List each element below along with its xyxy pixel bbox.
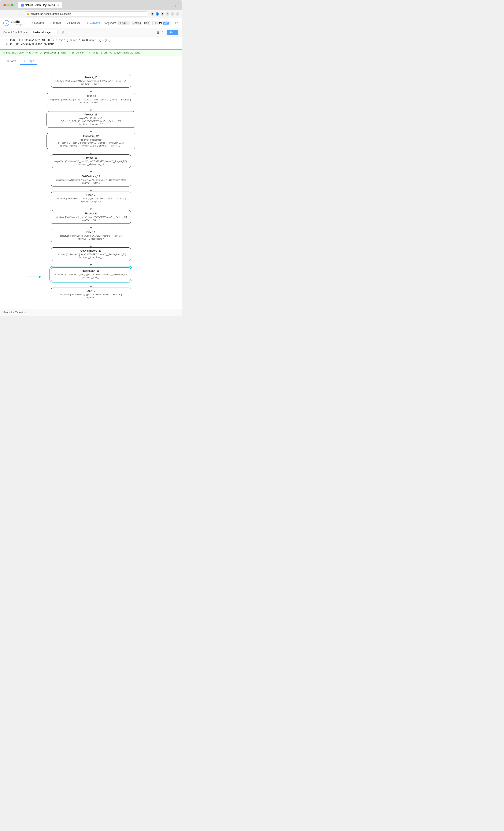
node-output-project6: outputVar: [{"colNames":["__path"],"type… bbox=[54, 216, 127, 219]
arrow-8 bbox=[91, 242, 91, 248]
history-button[interactable]: ⏱ bbox=[161, 30, 165, 35]
line-number-1: 1 bbox=[3, 39, 8, 42]
node-title-project13: Project_13 bbox=[50, 113, 132, 116]
nav-import[interactable]: ⬆ Import bbox=[47, 18, 64, 28]
code-editor[interactable]: 1 PROFILE FORMAT="dot" MATCH (v:player {… bbox=[0, 37, 182, 50]
star-nav-icon[interactable]: ☆ bbox=[166, 12, 169, 16]
node-title-filter5: Filter_5 bbox=[54, 231, 127, 234]
explore-icon: ⎇ bbox=[67, 21, 70, 24]
node-title-indexscan16: IndexScan_16 bbox=[55, 269, 127, 273]
code-content-1: PROFILE FORMAT="dot" MATCH (v:player { n… bbox=[10, 39, 111, 42]
node-input-project15: inputVar: __Filter_14 bbox=[54, 83, 127, 86]
sync-icon[interactable]: ↺ bbox=[161, 12, 164, 16]
node-input-project13: inputVar: __InnerJoin_12 bbox=[50, 123, 132, 126]
star-button-group[interactable]: ☆ Star 782 bbox=[152, 21, 171, 25]
node-title-project6: Project_6 bbox=[54, 212, 127, 215]
node-wrapper-getvertices18: GetVertices_18 outputVar: [{"colNames":[… bbox=[51, 173, 131, 192]
address-bar[interactable]: 🔒 playground.nebula-graph.io/console bbox=[24, 11, 149, 17]
table-icon: ⊞ bbox=[7, 60, 9, 62]
node-output-innerjoin12: outputVar: [{"colNames":["__path_0","__p… bbox=[50, 139, 132, 144]
browser-nav-icons: ⚙ 👤 ↺ ☆ ⬡ ⋮ bbox=[150, 12, 179, 16]
graph-space-selector[interactable]: basketballplayer bbox=[31, 30, 58, 35]
node-title-getneighbors20: GetNeighbors_20 bbox=[54, 249, 127, 252]
node-input-filter7: inputVar: __Project_6 bbox=[54, 200, 127, 203]
header-right: Language: Engli... Setting Help ☆ Star 7… bbox=[104, 21, 178, 25]
flowchart: Project_15 outputVar: [{"colNames":["Nam… bbox=[3, 70, 178, 305]
nav-schema[interactable]: ⬡ Schema bbox=[28, 18, 47, 28]
profile-icon[interactable]: 👤 bbox=[156, 12, 159, 16]
delete-query-button[interactable]: 🗑 bbox=[156, 30, 160, 35]
schema-icon: ⬡ bbox=[30, 21, 33, 24]
node-output-getvertices18: outputVar: [{"colNames":[],"type":"DATAS… bbox=[54, 179, 127, 182]
node-input-start0: inputVar: bbox=[54, 296, 127, 299]
graph-visualization-area: Project_15 outputVar: [{"colNames":["Nam… bbox=[0, 66, 182, 309]
browser-menu-button[interactable]: ⋮ bbox=[172, 2, 178, 8]
window-close-button[interactable] bbox=[3, 4, 6, 6]
flow-node-project15: Project_15 outputVar: [{"colNames":["Nam… bbox=[51, 74, 131, 88]
node-input-project6: inputVar: __Filter_5 bbox=[54, 219, 127, 222]
graph-icon: ≺ bbox=[23, 60, 25, 62]
node-title-project15: Project_15 bbox=[54, 76, 127, 79]
nav-explore[interactable]: ⎇ Explore bbox=[64, 18, 84, 28]
node-title-project11: Project_11 bbox=[54, 156, 127, 159]
arrow-head bbox=[39, 276, 41, 278]
graph-space-label: Current Graph Space: bbox=[3, 31, 28, 34]
code-line-2: 2 RETURN v2.player.name AS Name; bbox=[0, 42, 182, 46]
language-selector[interactable]: Engli... bbox=[118, 21, 130, 25]
info-icon: ⓘ bbox=[61, 30, 64, 34]
browser-tabs: Nebula Graph PlayGround × + bbox=[18, 2, 170, 8]
active-tab[interactable]: Nebula Graph PlayGround × bbox=[18, 2, 62, 8]
tab-close-button[interactable]: × bbox=[57, 3, 59, 7]
node-wrapper-filter5: Filter_5 outputVar: [{"colNames":[],"typ… bbox=[51, 229, 131, 248]
star-count: 782 bbox=[163, 22, 169, 25]
node-title-filter7: Filter_7 bbox=[54, 194, 127, 196]
code-content-2: RETURN v2.player.name AS Name; bbox=[10, 43, 56, 46]
back-button[interactable]: ← bbox=[3, 12, 8, 16]
window-minimize-button[interactable] bbox=[7, 4, 10, 6]
node-wrapper-project11: Project_11 outputVar: [{"colNames":["__p… bbox=[51, 154, 131, 173]
nav-schema-label: Schema bbox=[34, 21, 44, 24]
ssl-icon: 🔒 bbox=[26, 13, 29, 16]
node-wrapper-project13: Project_13 outputVar: [{"colNames":["v",… bbox=[47, 111, 135, 133]
node-input-filter5: inputVar: __GetNeighbors_4 bbox=[54, 237, 127, 240]
execution-time-text: Execution Time 0 (s) bbox=[3, 311, 26, 314]
browser-titlebar: Nebula Graph PlayGround × + ⋮ bbox=[0, 0, 182, 10]
nav-console[interactable]: ⊞ Console bbox=[84, 18, 103, 28]
console-icon: ⊞ bbox=[86, 21, 89, 24]
node-wrapper-getneighbors20: GetNeighbors_20 outputVar: [{"colNames":… bbox=[51, 248, 131, 266]
extensions-icon[interactable]: ⚙ bbox=[150, 12, 154, 16]
setting-button[interactable]: Setting bbox=[132, 21, 141, 25]
query-toolbar: 🗑 ⏱ Run bbox=[156, 30, 178, 35]
forward-button[interactable]: → bbox=[10, 12, 15, 16]
app-nav: ⬡ Schema ⬆ Import ⎇ Explore ⊞ Console bbox=[28, 18, 104, 28]
tab-graph[interactable]: ≺ Graph bbox=[20, 58, 37, 65]
star-icon: ☆ bbox=[154, 22, 157, 25]
new-tab-button[interactable]: + bbox=[63, 3, 65, 7]
window-maximize-button[interactable] bbox=[11, 4, 13, 6]
line-number-2: 2 bbox=[3, 43, 8, 46]
highlight-box: IndexScan_16 outputVar: [{"colNames":["_… bbox=[50, 266, 132, 283]
run-button[interactable]: Run bbox=[167, 30, 178, 35]
arrow-0 bbox=[91, 88, 91, 93]
node-output-project13: outputVar: [{"colNames":["v","v2","__COL… bbox=[50, 117, 132, 123]
flow-node-innerjoin12: InnerJoin_12 outputVar: [{"colNames":["_… bbox=[47, 133, 135, 149]
node-output-project11: outputVar: [{"colNames":["__path"],"type… bbox=[54, 160, 127, 163]
more-nav-icon[interactable]: ⋮ bbox=[176, 12, 179, 16]
arrow-1 bbox=[91, 106, 91, 111]
flow-node-filter14: Filter_14 outputVar: [{"colNames":["v","… bbox=[47, 93, 135, 106]
refresh-button[interactable]: ↻ bbox=[17, 12, 22, 16]
logo-title: Studio bbox=[10, 20, 22, 24]
executed-query-display: $ PROFILE FORMAT="dot" MATCH (v:player {… bbox=[0, 50, 182, 56]
help-button[interactable]: Help bbox=[144, 21, 150, 25]
tab-table[interactable]: ⊞ Table bbox=[3, 58, 20, 65]
flow-node-project13: Project_13 outputVar: [{"colNames":["v",… bbox=[47, 111, 135, 128]
arrow-9 bbox=[91, 261, 91, 266]
logo-subtitle: Nebula Graph bbox=[10, 24, 22, 26]
node-wrapper-project6: Project_6 outputVar: [{"colNames":["__pa… bbox=[51, 210, 131, 229]
extensions2-icon[interactable]: ⬡ bbox=[171, 12, 174, 16]
node-title-filter14: Filter_14 bbox=[50, 94, 131, 97]
flow-node-indexscan16: IndexScan_16 outputVar: [{"colNames":["_… bbox=[51, 267, 131, 281]
window-controls bbox=[3, 4, 13, 6]
arrow-7 bbox=[91, 224, 91, 229]
browser-window: Nebula Graph PlayGround × + ⋮ ← → ↻ 🔒 pl… bbox=[0, 0, 182, 316]
